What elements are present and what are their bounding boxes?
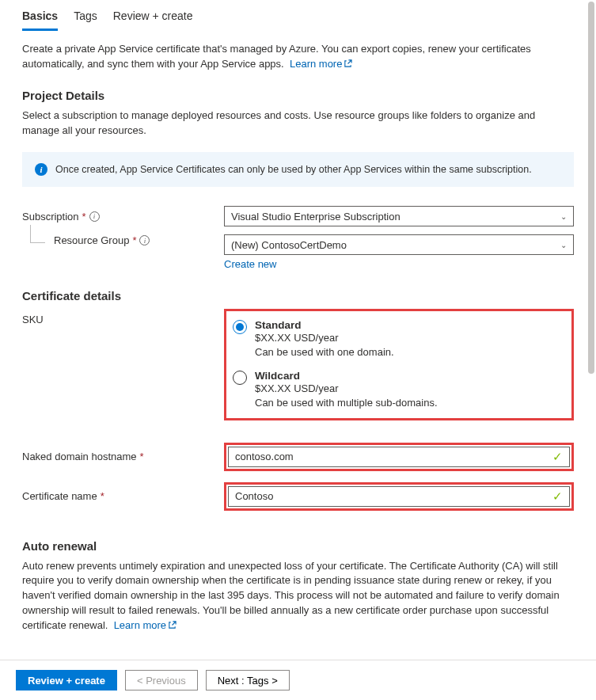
resource-group-label: Resource Group * i [22,234,224,246]
chevron-down-icon: ⌄ [560,212,567,221]
hostname-highlight: contoso.com ✓ [224,443,574,471]
radio-standard[interactable] [233,320,247,334]
check-icon: ✓ [552,450,563,464]
intro-text: Create a private App Service certificate… [22,42,574,73]
subscription-label: Subscription * i [22,211,224,223]
sku-options-highlight: Standard $XX.XX USD/year Can be used wit… [224,309,574,420]
sku-standard-option[interactable]: Standard $XX.XX USD/year Can be used wit… [233,316,565,367]
tabs-bar: Basics Tags Review + create [22,0,574,31]
next-button[interactable]: Next : Tags > [206,670,290,690]
review-create-button[interactable]: Review + create [16,670,117,690]
cert-name-highlight: Contoso ✓ [224,482,574,511]
external-link-icon [344,58,352,73]
learn-more-auto-link[interactable]: Learn more [114,619,177,631]
hostname-label: Naked domain hostname * [22,451,224,462]
footer-actions: Review + create < Previous Next : Tags > [0,660,596,700]
resource-group-select[interactable]: (New) ContosoCertDemo ⌄ [224,234,574,255]
hostname-input[interactable]: contoso.com ✓ [228,447,570,467]
sku-label: SKU [22,309,224,325]
cert-name-label: Certificate name * [22,490,224,502]
create-new-link[interactable]: Create new [224,258,276,270]
tooltip-icon[interactable]: i [139,235,150,245]
radio-wildcard[interactable] [233,371,247,385]
project-details-text: Select a subscription to manage deployed… [22,108,574,139]
auto-renewal-title: Auto renewal [22,539,574,553]
auto-renewal-text: Auto renew prevents untimely expiration … [22,559,574,634]
vertical-scrollbar[interactable] [583,0,596,649]
info-icon: i [35,163,47,176]
learn-more-link[interactable]: Learn more [290,58,352,70]
tab-tags[interactable]: Tags [74,10,97,31]
project-details-title: Project Details [22,89,574,102]
cert-name-input[interactable]: Contoso ✓ [228,486,570,507]
tab-basics[interactable]: Basics [22,10,58,31]
info-callout: i Once created, App Service Certificates… [22,152,574,187]
auto-disable-option[interactable]: Disable [290,649,345,649]
chevron-down-icon: ⌄ [560,241,567,249]
scroll-thumb[interactable] [588,2,594,374]
info-text: Once created, App Service Certificates c… [55,164,532,175]
sku-wildcard-option[interactable]: Wildcard $XX.XX USD/year Can be used wit… [233,367,565,413]
subscription-select[interactable]: Visual Studio Enterprise Subscription ⌄ [224,206,574,226]
tab-review[interactable]: Review + create [113,10,193,31]
auto-enable-option[interactable]: Enable [224,649,276,649]
check-icon: ✓ [552,489,563,504]
external-link-icon [168,619,177,634]
tooltip-icon[interactable]: i [89,211,100,222]
previous-button[interactable]: < Previous [125,670,198,690]
cert-details-title: Certificate details [22,289,574,302]
